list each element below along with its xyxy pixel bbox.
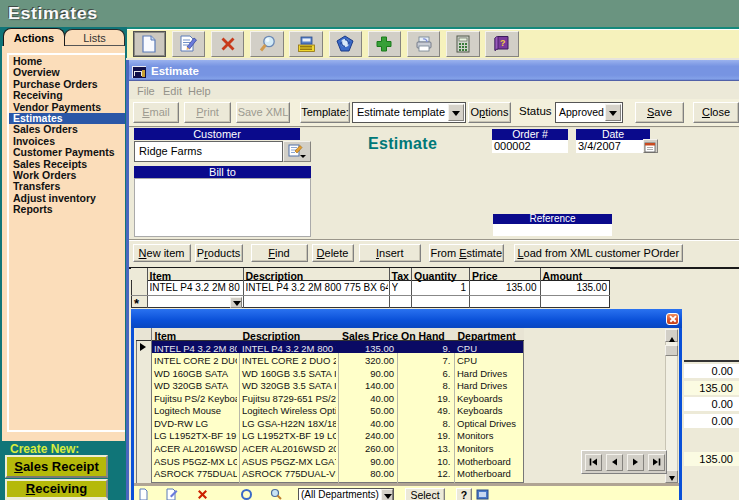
svg-text:?: ? bbox=[500, 38, 506, 48]
